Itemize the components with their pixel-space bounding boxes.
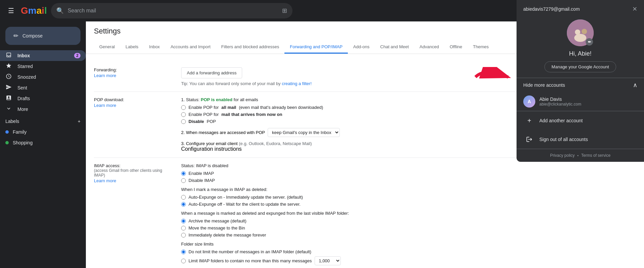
imap-expunged-title: When a message is marked as deleted and … — [181, 211, 636, 216]
sign-out-text: Sign out of all accounts — [539, 137, 588, 142]
family-dot — [5, 130, 9, 134]
imap-move-bin[interactable]: Move the message to the Bin — [181, 225, 636, 230]
imap-enable[interactable]: Enable IMAP — [181, 171, 636, 176]
sign-out-row[interactable]: Sign out of all accounts — [517, 130, 644, 149]
inbox-badge: 2 — [74, 53, 80, 58]
account-close-button[interactable]: ✕ — [632, 5, 637, 13]
pointing-arrow — [473, 67, 513, 87]
inbox-icon — [5, 52, 12, 60]
imap-deleted-group: Auto-Expunge on - Immediately update the… — [181, 195, 636, 207]
tab-general[interactable]: General — [94, 41, 120, 54]
folder-size-group: Do not limit the number of messages in a… — [181, 249, 636, 265]
sent-icon — [5, 84, 12, 92]
imap-label: IMAP access: (access Gmail from other cl… — [94, 163, 168, 265]
tab-filters[interactable]: Filters and blocked addresses — [216, 41, 285, 54]
tab-accounts[interactable]: Accounts and Import — [165, 41, 216, 54]
hamburger-menu-button[interactable]: ☰ — [5, 4, 17, 17]
svg-point-2 — [582, 29, 587, 34]
chevron-up-icon: ∧ — [633, 81, 637, 89]
more-label: More — [17, 107, 80, 112]
imap-delete-forever[interactable]: Immediately delete the message forever — [181, 232, 636, 238]
tab-labels[interactable]: Labels — [120, 41, 144, 54]
profile-avatar: ✏ — [567, 19, 594, 46]
tab-advanced[interactable]: Advanced — [414, 41, 444, 54]
starred-label: Starred — [17, 64, 80, 69]
imap-content: Status: IMAP is disabled Enable IMAP Dis… — [181, 163, 636, 265]
sidebar-item-inbox[interactable]: Inbox 2 — [0, 50, 86, 61]
search-options-icon[interactable]: ⊞ — [282, 7, 287, 14]
more-icon — [5, 106, 12, 113]
account-sub-email: abie@clickanalytic.com — [539, 102, 581, 107]
sidebar-item-starred[interactable]: Starred — [0, 61, 86, 72]
sent-label: Sent — [17, 85, 80, 90]
snoozed-label: Snoozed — [17, 74, 80, 80]
imap-auto-expunge-off[interactable]: Auto-Expunge off - Wait for the client t… — [181, 202, 636, 207]
sidebar-item-sent[interactable]: Sent — [0, 82, 86, 93]
account-email: abiedavis7279@gmail.com — [523, 6, 580, 12]
pop-step2-select[interactable]: keep Gmail's copy in the Inbox archive G… — [268, 128, 340, 137]
sidebar-item-shopping[interactable]: Shopping — [0, 137, 86, 148]
add-account-text: Add another account — [539, 118, 583, 123]
account-item-abie[interactable]: A Abie Davis abie@clickanalytic.com — [517, 92, 644, 111]
create-filter-link[interactable]: creating a filter! — [282, 81, 312, 86]
hide-accounts-text: Hide more accounts — [523, 82, 565, 88]
folder-size-title: Folder size limits — [181, 242, 636, 247]
imap-learn-more[interactable]: Learn more — [94, 178, 116, 183]
imap-auto-expunge-on[interactable]: Auto-Expunge on - Immediately update the… — [181, 195, 636, 200]
svg-point-3 — [574, 34, 586, 42]
drafts-icon — [5, 95, 12, 103]
edit-avatar-icon[interactable]: ✏ — [586, 38, 593, 46]
labels-section: Labels + — [0, 115, 86, 127]
tab-themes[interactable]: Themes — [468, 41, 494, 54]
plus-icon: + — [523, 115, 535, 127]
tab-forwarding[interactable]: Forwarding and POP/IMAP — [284, 41, 348, 54]
add-forwarding-button[interactable]: Add a forwarding address — [181, 67, 242, 78]
account-dropdown: abiedavis7279@gmail.com ✕ ✏ Hi, Abie! Ma… — [517, 0, 644, 162]
account-profile: ✏ Hi, Abie! Manage your Google Account — [517, 17, 644, 78]
search-icon: 🔍 — [56, 7, 64, 14]
imap-sublabel: (access Gmail from other clients using I… — [94, 168, 168, 178]
pop-enabled-text: POP is enabled — [201, 97, 232, 102]
sidebar-item-family[interactable]: Family — [0, 127, 86, 137]
drafts-label: Drafts — [17, 96, 80, 101]
gmail-logo: Gmail — [21, 5, 47, 16]
sidebar-item-snoozed[interactable]: Snoozed — [0, 72, 86, 82]
tab-offline[interactable]: Offline — [444, 41, 468, 54]
add-account-row[interactable]: + Add another account — [517, 111, 644, 130]
forwarding-label: Forwarding: Learn more — [94, 67, 168, 86]
arrow-container — [473, 67, 513, 88]
sign-out-icon — [523, 133, 535, 145]
pop-label: POP download: Learn more — [94, 97, 168, 152]
tab-inbox[interactable]: Inbox — [144, 41, 165, 54]
labels-title: Labels — [5, 119, 19, 124]
folder-limit-select[interactable]: 1,000 2,000 5,000 10,000 — [315, 256, 341, 265]
profile-greeting: Hi, Abie! — [569, 50, 591, 57]
shopping-label: Shopping — [13, 140, 33, 145]
privacy-policy-link[interactable]: Privacy policy — [550, 153, 575, 158]
compose-label: Compose — [22, 33, 43, 39]
account-footer: Privacy policy • Terms of service — [517, 149, 644, 162]
hide-accounts-row[interactable]: Hide more accounts ∧ — [517, 78, 644, 92]
account-header: abiedavis7279@gmail.com ✕ — [517, 0, 644, 17]
compose-button[interactable]: ✏ Compose — [5, 27, 80, 45]
imap-expunged-group: Archive the message (default) Move the m… — [181, 218, 636, 238]
tab-chat[interactable]: Chat and Meet — [375, 41, 414, 54]
imap-radio-group: Enable IMAP Disable IMAP — [181, 171, 636, 183]
labels-header: Labels + — [5, 119, 80, 124]
pop-learn-more[interactable]: Learn more — [94, 103, 116, 108]
folder-no-limit[interactable]: Do not limit the number of messages in a… — [181, 249, 636, 254]
manage-google-account-button[interactable]: Manage your Google Account — [544, 61, 616, 72]
imap-archive[interactable]: Archive the message (default) — [181, 218, 636, 223]
forwarding-learn-more[interactable]: Learn more — [94, 73, 116, 78]
footer-separator: • — [577, 154, 579, 157]
imap-disable[interactable]: Disable IMAP — [181, 178, 636, 183]
folder-limit[interactable]: Limit IMAP folders to contain no more th… — [181, 256, 636, 265]
config-instructions-link[interactable]: Configuration instructions — [181, 146, 242, 152]
sidebar-item-drafts[interactable]: Drafts — [0, 93, 86, 104]
search-input[interactable] — [68, 8, 278, 14]
tab-addons[interactable]: Add-ons — [348, 41, 375, 54]
sidebar-item-more[interactable]: More — [0, 104, 86, 115]
terms-link[interactable]: Terms of service — [581, 153, 610, 158]
add-label-button[interactable]: + — [78, 119, 80, 124]
inbox-label: Inbox — [17, 53, 69, 58]
